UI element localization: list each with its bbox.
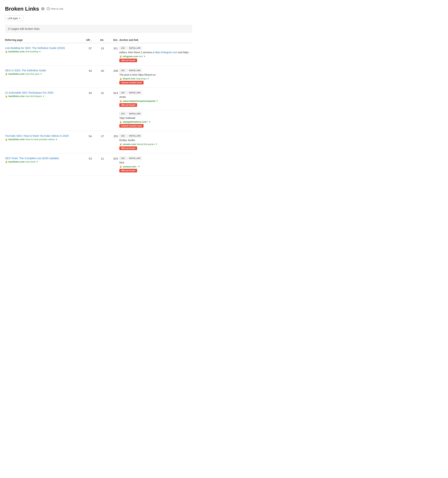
table-row: SEO Tools: The Complete List (2020 Updat… bbox=[5, 153, 192, 176]
anchor-path: /ybyxmqcj bbox=[136, 77, 146, 80]
referring-page-title[interactable]: SEO Tools: The Complete List (2020 Updat… bbox=[5, 157, 78, 160]
referring-page-title[interactable]: SEO in 2020: The Definitive Guide bbox=[5, 69, 78, 72]
referring-domain[interactable]: backlinko.com bbox=[8, 50, 25, 53]
anchor-domain[interactable]: seowix.com bbox=[123, 143, 136, 145]
int-value: 31 bbox=[93, 91, 104, 94]
referring-page-title[interactable]: Link Building for SEO: The Definitive Gu… bbox=[5, 46, 78, 50]
referring-page-url: 🔒backlinko.com/how-to-rank-youtube-video… bbox=[5, 138, 78, 141]
anchor-text: The post is here https://tinyurl.co bbox=[119, 73, 192, 77]
ext-value: 438 bbox=[105, 69, 118, 72]
referring-domain[interactable]: backlinko.com bbox=[8, 138, 25, 141]
anchor-path: / bbox=[147, 120, 148, 123]
anchor-tags: UGCNOFOLLOW bbox=[119, 69, 192, 72]
anchor-path: / bbox=[137, 165, 137, 168]
anchor-url-dropdown-icon[interactable]: ▼ bbox=[143, 55, 145, 57]
url-dropdown-icon[interactable]: ▼ bbox=[39, 50, 41, 53]
broken-links-table: Referring page UR ↓ Int. Ext. Anchor and… bbox=[5, 37, 192, 176]
anchor-url-dropdown-icon[interactable]: ▼ bbox=[155, 143, 157, 145]
anchor-lock-icon: 🔒 bbox=[119, 121, 122, 123]
col-ext: Ext. bbox=[105, 38, 118, 41]
summary-bar: 27 pages with broken links bbox=[5, 25, 192, 33]
anchor-link-text[interactable]: https://infogram.com bbox=[155, 51, 178, 54]
tag-ugc: UGC bbox=[119, 91, 126, 94]
anchor-domain[interactable]: infogram.com bbox=[123, 55, 138, 58]
anchor-cell: UGCNOFOLLOWEmiley Jenifer🔒seowix.com/tie… bbox=[119, 134, 192, 150]
tag-ugc: UGC bbox=[119, 157, 126, 160]
anchor-tags: UGCNOFOLLOW bbox=[119, 157, 192, 160]
anchor-entry: UGCNOFOLLOWNick🔒seoauv.com/▼404 not foun… bbox=[119, 157, 192, 172]
anchor-domain[interactable]: vijaygaikwadseo.com bbox=[123, 120, 147, 123]
tag-ugc: UGC bbox=[119, 46, 126, 50]
page-title: Broken Links bbox=[5, 6, 39, 12]
ur-value: 57 bbox=[79, 46, 92, 50]
status-badge: Cannot resolve host bbox=[119, 124, 143, 128]
anchor-link-row: 🔒vijaygaikwadseo.com/▼ bbox=[119, 120, 192, 123]
help-icon: ? bbox=[47, 7, 50, 10]
ext-value: 819 bbox=[105, 157, 118, 160]
referring-page-title[interactable]: YouTube SEO: How to Rank YouTube Videos … bbox=[5, 134, 78, 137]
lock-icon: 🔒 bbox=[5, 50, 8, 53]
anchor-tags: UGCNOFOLLOW bbox=[119, 91, 192, 94]
lock-icon: 🔒 bbox=[5, 160, 8, 163]
url-dropdown-icon[interactable]: ▼ bbox=[56, 138, 57, 140]
anchor-link-row: 🔒www.indianhoneymoonpacka▼ bbox=[119, 100, 192, 102]
tag-nofollow: NOFOLLOW bbox=[127, 69, 142, 72]
status-badge: 404 not found bbox=[119, 169, 137, 172]
referring-domain[interactable]: backlinko.com bbox=[8, 73, 25, 75]
anchor-lock-icon: 🔒 bbox=[119, 143, 122, 145]
anchor-lock-icon: 🔒 bbox=[119, 165, 122, 168]
tag-ugc: UGC bbox=[119, 112, 126, 115]
url-dropdown-icon[interactable]: ▼ bbox=[43, 95, 44, 97]
anchor-domain[interactable]: tinyurl.com bbox=[123, 77, 135, 80]
url-dropdown-icon[interactable]: ▼ bbox=[40, 73, 42, 75]
referring-page-url: 🔒backlinko.com/seo-techniques▼ bbox=[5, 95, 78, 98]
anchor-url-dropdown-icon[interactable]: ▼ bbox=[156, 100, 158, 102]
status-badge: 404 not found bbox=[119, 103, 137, 107]
anchor-url-dropdown-icon[interactable]: ▼ bbox=[149, 121, 151, 123]
anchor-cell: UGCNOFOLLOWAmita🔒www.indianhoneymoonpack… bbox=[119, 91, 192, 128]
status-badge: 404 not found bbox=[119, 59, 137, 62]
anchor-link-row: 🔒seowix.com/tiered-link-pyram▼ bbox=[119, 143, 192, 145]
ext-value: 321 bbox=[105, 46, 118, 50]
anchor-lock-icon: 🔒 bbox=[119, 77, 122, 80]
anchor-lock-icon: 🔒 bbox=[119, 100, 122, 102]
anchor-path: /en/ bbox=[139, 55, 143, 58]
anchor-link-row: 🔒infogram.com/en/▼ bbox=[119, 55, 192, 58]
table-row: Link Building for SEO: The Definitive Gu… bbox=[5, 43, 192, 66]
anchor-entry: UGCNOFOLLOWAmita🔒www.indianhoneymoonpack… bbox=[119, 91, 192, 109]
link-type-dropdown[interactable]: Link type ▼ bbox=[5, 15, 23, 21]
referring-domain[interactable]: backlinko.com bbox=[8, 160, 25, 163]
int-value: 27 bbox=[93, 134, 104, 138]
anchor-url-dropdown-icon[interactable]: ▼ bbox=[138, 165, 140, 168]
referring-page-cell: YouTube SEO: How to Rank YouTube Videos … bbox=[5, 134, 78, 141]
anchor-domain[interactable]: www.indianhoneymoonpacka bbox=[123, 100, 155, 102]
anchor-lock-icon: 🔒 bbox=[119, 55, 122, 57]
referring-path: /how-to-rank-youtube-videos bbox=[25, 138, 55, 141]
ur-value: 53 bbox=[79, 157, 92, 160]
url-dropdown-icon[interactable]: ▼ bbox=[36, 161, 38, 163]
referring-page-url: 🔒backlinko.com/seo-tools▼ bbox=[5, 160, 78, 163]
info-icon[interactable]: i bbox=[41, 7, 44, 10]
anchor-entry: UGCNOFOLLOWThe post is here https://tiny… bbox=[119, 69, 192, 85]
table-header: Referring page UR ↓ Int. Ext. Anchor and… bbox=[5, 37, 192, 43]
anchor-entry: UGCNOFOLLOWeditors, then these 2 service… bbox=[119, 46, 192, 62]
referring-page-url: 🔒backlinko.com/link-building▼ bbox=[5, 50, 78, 53]
referring-page-cell: 21 Actionable SEO Techniques For 2020🔒ba… bbox=[5, 91, 78, 98]
ur-value: 54 bbox=[79, 69, 92, 72]
ur-value: 54 bbox=[79, 134, 92, 138]
dropdown-arrow-icon: ▼ bbox=[19, 17, 21, 19]
anchor-tags: UGCNOFOLLOW bbox=[119, 112, 192, 115]
anchor-entry: UGCNOFOLLOWVijay Gaikwad🔒vijaygaikwadseo… bbox=[119, 112, 192, 128]
referring-domain[interactable]: backlinko.com bbox=[8, 95, 25, 98]
anchor-entry: UGCNOFOLLOWEmiley Jenifer🔒seowix.com/tie… bbox=[119, 134, 192, 150]
referring-page-title[interactable]: 21 Actionable SEO Techniques For 2020 bbox=[5, 91, 78, 94]
anchor-domain[interactable]: seoauv.com bbox=[123, 165, 136, 168]
referring-path: /seo-this-year bbox=[25, 73, 39, 75]
col-ur: UR ↓ bbox=[79, 38, 92, 41]
ext-value: 253 bbox=[105, 134, 118, 138]
anchor-cell: UGCNOFOLLOWThe post is here https://tiny… bbox=[119, 69, 192, 85]
anchor-url-dropdown-icon[interactable]: ▼ bbox=[147, 78, 149, 80]
int-value: 21 bbox=[93, 157, 104, 160]
ext-value: 624 bbox=[105, 91, 118, 94]
how-to-use-link[interactable]: ? How to use bbox=[47, 7, 63, 10]
